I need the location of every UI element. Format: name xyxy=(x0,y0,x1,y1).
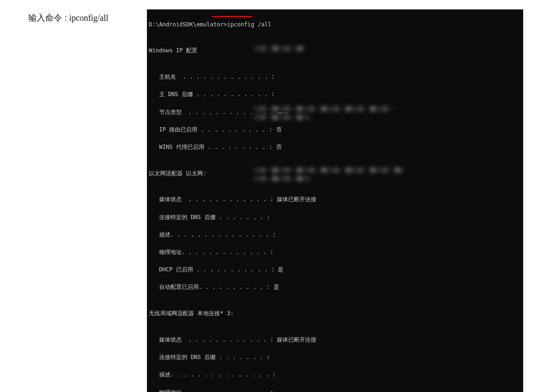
caption-ipconfig: 输入命令 : ipconfig/all xyxy=(28,9,147,24)
term1-line: 物理地址. . . . . . . . . . . . . : xyxy=(149,248,523,257)
term1-line: 物理地址. . . . . . . . . . . . . : xyxy=(149,388,523,392)
term1-line: D:\AndroidSDK\emulator>ipconfig /all xyxy=(149,20,523,29)
term1-line: 自动配置已启用. . . . . . . . . . : 是 xyxy=(149,283,523,292)
term1-line: WINS 代理已启用 . . . . . . . . . : 否 xyxy=(149,143,523,152)
term1-line: DHCP 已启用 . . . . . . . . . . . : 是 xyxy=(149,265,523,274)
censor-block xyxy=(253,45,305,52)
term1-line: IP 路由已启用 . . . . . . . . . . : 否 xyxy=(149,125,523,134)
caption-ipconfig-prefix: 输入命令 xyxy=(28,13,62,23)
censor-block xyxy=(253,175,310,182)
underline-ipconfig-all xyxy=(212,16,252,17)
term1-line: 主机名 . . . . . . . . . . . . . : xyxy=(149,73,523,82)
term1-line: 媒体状态 . . . . . . . . . . . . : 媒体已断开连接 xyxy=(149,195,523,204)
term1-line: 描述. . . . . . . . . . . . . . . : xyxy=(149,230,523,239)
term1-line: 连接特定的 DNS 后缀 . . . . . . . : xyxy=(149,213,523,222)
censor-block xyxy=(253,167,404,173)
term1-line: 主 DNS 后缀 . . . . . . . . . . . : xyxy=(149,90,523,99)
caption-ipconfig-cmd: ipconfig/all xyxy=(69,13,108,23)
row-ipconfig: 输入命令 : ipconfig/all D:\AndroidSDK\emulat… xyxy=(28,9,523,392)
term1-line: 媒体状态 . . . . . . . . . . . . : 媒体已断开连接 xyxy=(149,335,523,344)
term1-line: 描述. . . . . . . . . . . . . . . : xyxy=(149,370,523,379)
term1-line: 连接特定的 DNS 后缀 . . . . . . . : xyxy=(149,353,523,362)
term1-line: Windows IP 配置 xyxy=(149,46,523,55)
terminal-ipconfig-output-1: D:\AndroidSDK\emulator>ipconfig /all Win… xyxy=(147,9,523,392)
censor-block xyxy=(253,114,310,121)
term1-line: 无线局域网适配器 本地连接* 3: xyxy=(149,309,523,318)
caption-ipconfig-colon: : xyxy=(62,13,69,23)
censor-block xyxy=(253,106,395,112)
